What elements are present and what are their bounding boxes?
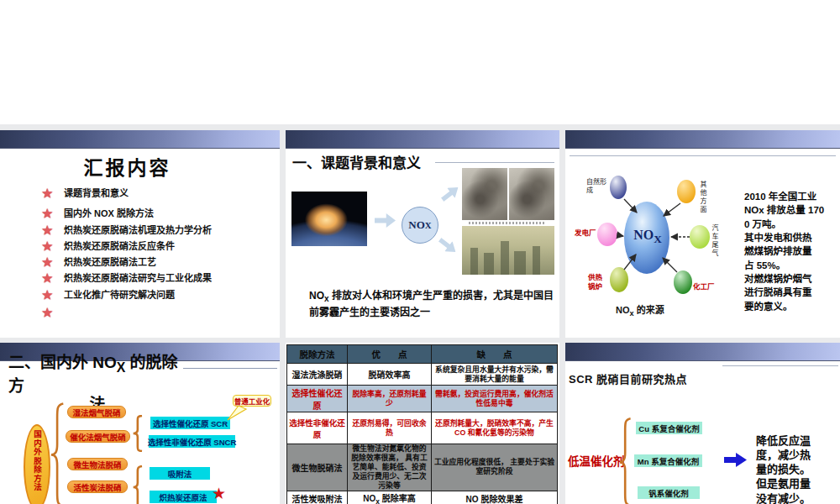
- brace-catalysts: [619, 417, 633, 504]
- catalyst-box-v: 钒系催化剂: [638, 486, 700, 499]
- root-node-oval: 国内外脱除方法: [24, 424, 50, 504]
- sub-box-adsorption: 吸附法: [150, 467, 210, 480]
- list-item: ★炽热炭还原脱硝法工艺: [42, 255, 156, 269]
- star-bullet-icon: ★: [42, 288, 64, 302]
- slide-thumbnail-3[interactable]: NOX 自然形成 其他方面 发电厂 汽车尾气 供热锅炉 化工厂 NOx 的来源 …: [565, 130, 840, 338]
- list-item: ★国内外 NOX 脱除方法: [42, 206, 154, 220]
- smog-city-photo: [462, 226, 554, 275]
- label-power-plant: 发电厂: [575, 228, 596, 238]
- catalyst-box-mn: Mn 系复合催化剂: [634, 454, 702, 467]
- header-rule: [570, 155, 836, 156]
- sub-box-scr: 选择性催化还原 SCR: [150, 417, 230, 429]
- list-item: ★炽热炭还原脱硝法反应条件: [42, 239, 175, 253]
- diagram-caption: NOx 的来源: [616, 302, 664, 318]
- handout-page: 汇报内容 ★课题背景和意义 ★国内外 NOX 脱除方法 ★炽热炭还原脱硝法机理及…: [0, 0, 840, 504]
- slide-header-bar: [286, 130, 559, 149]
- star-bullet-icon: ★: [42, 239, 64, 253]
- brace-main: [50, 402, 66, 504]
- highlight-star-icon: ★: [212, 486, 226, 501]
- table-header-row: 脱除方法 优 点 缺 点: [287, 345, 558, 364]
- slide-header-bar: [565, 343, 840, 361]
- title-underline: [183, 368, 277, 369]
- slide6-title: SCR 脱硝目前研究热点: [569, 370, 687, 386]
- col-header-method: 脱除方法: [287, 345, 348, 364]
- callout-tail: [225, 405, 249, 422]
- slide-thumbnail-2[interactable]: 一、课题背景和意义 NOX NOx 排放对人体和环境产生严重的损害，尤其是中国目…: [286, 130, 559, 338]
- star-bullet-icon: ★: [42, 186, 64, 200]
- brace-catalytic: [133, 415, 144, 452]
- method-box-bio: 微生物法脱硝: [67, 458, 128, 470]
- earth-image: [291, 192, 367, 246]
- slide-thumbnail-4[interactable]: 二、国内外 NOX 的脱除方 法 国内外脱除方法 湿法烟气脱硝 催化法烟气脱硝 …: [0, 343, 280, 504]
- table-row: 湿法洗涤脱硝 脱硝效率高 系统复杂且用水量大并有水污染，需要消耗大量的能量: [287, 364, 558, 386]
- slide-thumbnail-6[interactable]: SCR 脱硝目前研究热点 低温催化剂 Cu 系复合催化剂 Mn 系复合催化剂 钒…: [565, 343, 840, 504]
- star-bullet-icon: ★: [42, 207, 64, 220]
- sub-box-sncr: 选择性非催化还原 SNCR: [149, 435, 235, 448]
- header-rule: [722, 365, 838, 366]
- list-item: ★工业化推广待研究解决问题: [42, 287, 175, 302]
- star-bullet-icon: ★: [42, 223, 64, 237]
- catalyst-box-cu: Cu 系复合催化剂: [636, 422, 702, 434]
- slide-header-bar: [565, 130, 840, 149]
- nox-center-label: NOX: [624, 228, 671, 246]
- label-heating-boiler: 供热锅炉: [588, 273, 605, 291]
- star-bullet-icon: ★: [42, 271, 64, 285]
- down-right-arrow-icon: [436, 234, 459, 257]
- col-header-pros: 优 点: [348, 345, 432, 364]
- right-arrow-icon: [375, 213, 396, 228]
- low-temp-catalyst-label: 低温催化剂: [568, 452, 625, 469]
- photo-caption-illegible: [469, 222, 546, 224]
- label-car-exhaust: 汽车尾气: [710, 224, 718, 270]
- label-other-sources: 其他方面: [698, 181, 706, 223]
- col-header-cons: 缺 点: [432, 345, 558, 364]
- table-row: 微生物脱硝法 微生物法对氮氧化物的脱除效率很高， 具有工艺简单、能耗低、投资及运…: [287, 444, 558, 491]
- method-box-carbon: 活性炭法脱硝: [67, 480, 128, 493]
- label-chemical-plant: 化工厂: [693, 282, 715, 291]
- table-row: 活性炭吸附法 NOx 脱除率高 NO 脱除效果差: [287, 491, 558, 504]
- list-item: ★: [42, 306, 64, 319]
- methods-comparison-table: 脱除方法 优 点 缺 点 湿法洗涤脱硝 脱硝效率高 系统复杂且用水量大并有水污染…: [286, 344, 558, 504]
- eroded-statues-photos: [462, 168, 554, 220]
- nox-circle: NOX: [402, 207, 438, 244]
- slide3-body-text: 2010 年全国工业 NOx 排放总量 170 0 万吨。 其中发电和供热 燃煤…: [744, 190, 832, 313]
- list-item: ★课题背景和意义: [42, 186, 129, 200]
- slide1-title: 汇报内容: [0, 152, 255, 181]
- slide-header-bar: [0, 130, 280, 149]
- table-row: 选择性催化还原 脱除率高，还原剂耗量少 需耗氨，投资运行费用高，催化剂活性低易中…: [287, 386, 558, 412]
- star-bullet-icon: ★: [42, 255, 64, 269]
- slide-thumbnail-1[interactable]: 汇报内容 ★课题背景和意义 ★国内外 NOX 脱除方法 ★炽热炭还原脱硝法机理及…: [0, 130, 280, 338]
- slide-thumbnail-5[interactable]: 脱除方法 优 点 缺 点 湿法洗涤脱硝 脱硝效率高 系统复杂且用水量大并有水污染…: [286, 343, 559, 504]
- result-arrow-icon: [724, 453, 747, 467]
- list-item: ★炽热炭还原脱硝法机理及热力学分析: [42, 223, 212, 237]
- star-bullet-icon: ★: [42, 306, 64, 319]
- title-underline: [435, 162, 554, 163]
- label-natural-formation: 自然形成: [586, 178, 609, 195]
- brace-carbon: [133, 465, 144, 504]
- slide2-body-text: NOx 排放对人体和环境产生严重的损害，尤其是中国目 前雾霾产生的主要诱因之一: [309, 288, 554, 320]
- slide6-body-text: 降低反应温 度，减少热 量的损失。 但是氨用量 没有减少。: [756, 433, 811, 504]
- slide2-title: 一、课题背景和意义: [292, 151, 421, 172]
- method-box-catalytic: 催化法烟气脱硝: [66, 430, 130, 443]
- callout-industrialized: 普通工业化: [233, 395, 271, 407]
- sub-box-hot-carbon: 炽热炭还原法: [150, 491, 217, 503]
- method-box-wet: 湿法烟气脱硝: [67, 406, 126, 418]
- up-right-arrow-icon: [438, 182, 462, 205]
- list-item: ★炽热炭还原脱硝法研究与工业化成果: [42, 270, 212, 285]
- table-row: 选择性非催化还原 还原剂易得，可回收余热 还原剂耗量大，脱硝效率不高，产生 CO…: [287, 412, 558, 444]
